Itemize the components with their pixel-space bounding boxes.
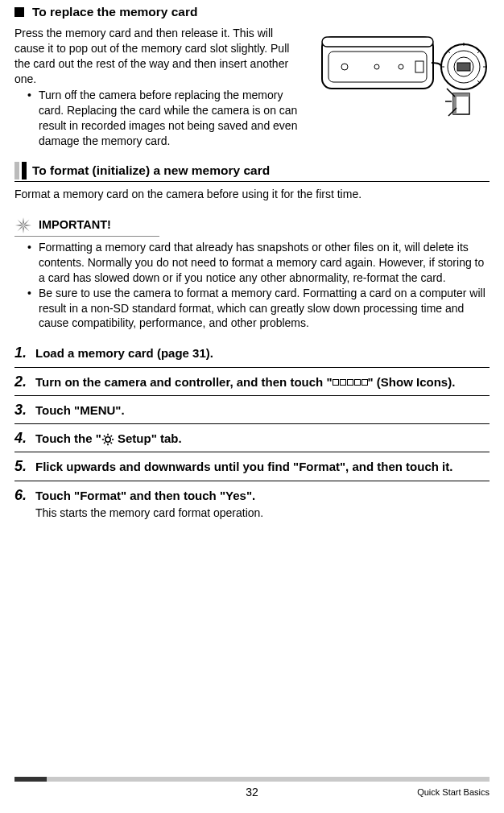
- step-title: Touch "MENU".: [35, 402, 490, 419]
- step-title: Touch "Format" and then touch "Yes".: [35, 488, 490, 504]
- bullet-list: Turn off the camera before replacing the…: [14, 88, 306, 149]
- step-row: 1. Load a memory card (page 31).: [14, 339, 490, 367]
- important-list: Formatting a memory card that already ha…: [14, 240, 490, 331]
- svg-marker-19: [23, 225, 31, 226]
- step-number: 2.: [14, 374, 35, 390]
- svg-rect-1: [322, 37, 433, 47]
- section-title: To format (initialize) a new memory card: [32, 163, 270, 180]
- step-number: 6.: [14, 488, 35, 521]
- svg-marker-25: [18, 220, 23, 225]
- camera-illustration: [320, 23, 488, 131]
- step-number: 5.: [14, 459, 35, 475]
- footer-section-label: Quick Start Basics: [417, 786, 490, 799]
- heading-text: To replace the memory card: [32, 5, 198, 19]
- important-header: IMPORTANT!: [14, 217, 159, 237]
- step-row: 4. Touch the " Setup" tab.: [14, 424, 490, 452]
- show-icons-icon: [333, 379, 368, 386]
- step-title: Touch the " Setup" tab.: [35, 431, 490, 447]
- step-row: 2. Turn on the camera and controller, an…: [14, 368, 490, 396]
- step-row: 3. Touch "MENU".: [14, 396, 490, 424]
- step-title: Load a memory card (page 31).: [35, 345, 490, 361]
- svg-line-31: [104, 435, 105, 437]
- page-footer: 32 Quick Start Basics: [0, 777, 504, 799]
- heading-replace-card: To replace the memory card: [14, 4, 490, 21]
- format-intro: Format a memory card on the camera befor…: [14, 187, 490, 202]
- step-note: This starts the memory card format opera…: [35, 506, 490, 521]
- important-item: Be sure to use the camera to format a me…: [27, 286, 490, 332]
- svg-marker-22: [23, 220, 29, 225]
- section-bar-format: To format (initialize) a new memory card: [14, 162, 490, 182]
- step-number: 4.: [14, 431, 35, 447]
- step-row: 6. Touch "Format" and then touch "Yes". …: [14, 481, 490, 526]
- svg-marker-24: [18, 225, 23, 231]
- svg-point-26: [105, 437, 110, 442]
- svg-marker-23: [23, 225, 29, 231]
- important-item: Formatting a memory card that already ha…: [27, 240, 490, 286]
- svg-line-34: [110, 435, 112, 437]
- page-number: 32: [246, 785, 258, 800]
- svg-marker-20: [23, 225, 24, 233]
- step-title: Flick upwards and downwards until you fi…: [35, 459, 490, 475]
- square-bullet-icon: [14, 7, 24, 17]
- burst-icon: [14, 217, 32, 234]
- bar-accent-light: [14, 162, 19, 180]
- bar-accent-dark: [22, 162, 27, 180]
- step-title: Turn on the camera and controller, and t…: [35, 374, 490, 390]
- svg-line-33: [104, 443, 105, 444]
- svg-marker-21: [15, 225, 23, 226]
- intro-paragraph: Press the memory card and then release i…: [14, 26, 306, 87]
- svg-rect-10: [457, 63, 470, 71]
- step-row: 5. Flick upwards and downwards until you…: [14, 452, 490, 481]
- svg-line-32: [110, 443, 112, 444]
- important-label: IMPORTANT!: [39, 217, 111, 233]
- footer-bar: [14, 777, 490, 782]
- svg-marker-18: [23, 217, 24, 225]
- steps-list: 1. Load a memory card (page 31). 2. Turn…: [14, 339, 490, 525]
- bullet-item: Turn off the camera before replacing the…: [27, 88, 306, 149]
- step-number: 3.: [14, 402, 35, 419]
- step-number: 1.: [14, 345, 35, 361]
- gear-icon: [101, 433, 114, 446]
